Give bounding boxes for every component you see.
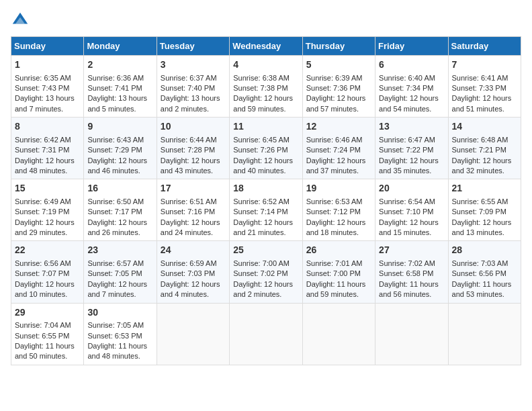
day-info-line: and 24 minutes. xyxy=(161,228,226,238)
day-info-line: and 48 minutes. xyxy=(15,166,80,176)
day-info-line: Daylight: 11 hours xyxy=(452,279,517,289)
calendar-cell xyxy=(375,303,448,365)
calendar-cell: 5Sunrise: 6:39 AMSunset: 7:36 PMDaylight… xyxy=(302,56,375,118)
day-info-line: Daylight: 12 hours xyxy=(87,218,152,228)
day-info-line: Sunset: 6:58 PM xyxy=(379,269,444,279)
calendar-cell xyxy=(448,303,521,365)
day-info-line: Daylight: 12 hours xyxy=(233,156,298,166)
day-info-line: Daylight: 11 hours xyxy=(15,341,80,351)
day-info-line: Sunrise: 6:51 AM xyxy=(161,197,226,207)
day-info-line: Sunrise: 6:59 AM xyxy=(161,259,226,269)
day-info-line: Daylight: 12 hours xyxy=(452,156,517,166)
calendar-cell: 14Sunrise: 6:48 AMSunset: 7:21 PMDayligh… xyxy=(448,118,521,179)
day-info-line: and 53 minutes. xyxy=(452,289,517,300)
day-info-line: Daylight: 11 hours xyxy=(306,279,371,289)
calendar-week-3: 15Sunrise: 6:49 AMSunset: 7:19 PMDayligh… xyxy=(11,179,521,241)
day-info-line: and 51 minutes. xyxy=(452,104,517,114)
day-number: 12 xyxy=(306,120,371,134)
calendar-cell: 3Sunrise: 6:37 AMSunset: 7:40 PMDaylight… xyxy=(157,56,229,118)
day-info-line: Sunrise: 6:37 AM xyxy=(161,73,226,83)
col-header-thursday: Thursday xyxy=(302,37,375,56)
day-number: 14 xyxy=(452,120,517,134)
day-info-line: Sunrise: 6:47 AM xyxy=(379,135,444,145)
day-info-line: Sunset: 7:09 PM xyxy=(452,207,517,217)
day-info-line: Sunset: 7:29 PM xyxy=(87,145,152,155)
calendar-cell: 6Sunrise: 6:40 AMSunset: 7:34 PMDaylight… xyxy=(375,56,448,118)
day-number: 19 xyxy=(306,182,371,195)
day-info-line: Sunset: 7:19 PM xyxy=(15,207,80,217)
col-header-sunday: Sunday xyxy=(11,37,84,56)
day-info-line: Sunrise: 6:56 AM xyxy=(15,259,80,269)
day-info-line: Daylight: 12 hours xyxy=(306,93,371,103)
day-info-line: and 59 minutes. xyxy=(233,104,298,114)
day-number: 20 xyxy=(379,182,444,195)
day-number: 27 xyxy=(379,244,444,257)
day-info-line: Sunrise: 6:36 AM xyxy=(87,73,152,83)
day-info-line: Sunrise: 6:35 AM xyxy=(15,73,80,83)
day-info-line: and 26 minutes. xyxy=(87,228,152,238)
day-info-line: Daylight: 12 hours xyxy=(452,218,517,228)
col-header-tuesday: Tuesday xyxy=(157,37,229,56)
calendar-cell: 25Sunrise: 7:00 AMSunset: 7:02 PMDayligh… xyxy=(230,241,302,303)
day-number: 21 xyxy=(452,182,517,195)
day-info-line: Sunset: 7:12 PM xyxy=(306,207,371,217)
day-info-line: Sunset: 7:34 PM xyxy=(379,83,444,93)
day-number: 11 xyxy=(233,120,298,134)
day-number: 3 xyxy=(161,58,226,72)
day-info-line: Sunset: 7:07 PM xyxy=(15,269,80,279)
day-info-line: Sunset: 7:00 PM xyxy=(306,269,371,279)
day-info-line: Sunset: 6:53 PM xyxy=(87,331,152,341)
day-info-line: Daylight: 12 hours xyxy=(87,279,152,289)
day-info-line: and 21 minutes. xyxy=(233,228,298,238)
day-number: 9 xyxy=(87,120,152,134)
day-info-line: and 10 minutes. xyxy=(15,289,80,300)
day-info-line: and 32 minutes. xyxy=(452,166,517,176)
day-info-line: and 5 minutes. xyxy=(87,104,152,114)
day-info-line: Sunrise: 7:03 AM xyxy=(452,259,517,269)
day-info-line: Sunset: 7:14 PM xyxy=(233,207,298,217)
calendar-cell: 4Sunrise: 6:38 AMSunset: 7:38 PMDaylight… xyxy=(230,56,302,118)
col-header-saturday: Saturday xyxy=(448,37,521,56)
day-info-line: and 56 minutes. xyxy=(379,289,444,300)
day-info-line: and 48 minutes. xyxy=(87,351,152,361)
day-info-line: Sunrise: 7:04 AM xyxy=(15,320,80,330)
day-info-line: Daylight: 12 hours xyxy=(161,156,226,166)
day-info-line: and 7 minutes. xyxy=(15,104,80,114)
day-number: 1 xyxy=(15,58,80,72)
day-info-line: Sunrise: 6:55 AM xyxy=(452,197,517,207)
day-info-line: Sunrise: 6:43 AM xyxy=(87,135,152,145)
day-info-line: and 50 minutes. xyxy=(15,351,80,361)
day-info-line: Sunrise: 7:01 AM xyxy=(306,259,371,269)
day-number: 23 xyxy=(87,244,152,257)
day-number: 22 xyxy=(15,244,80,257)
day-info-line: Sunset: 7:17 PM xyxy=(87,207,152,217)
day-number: 8 xyxy=(15,120,80,134)
calendar-week-4: 22Sunrise: 6:56 AMSunset: 7:07 PMDayligh… xyxy=(11,241,521,303)
col-header-wednesday: Wednesday xyxy=(230,37,302,56)
day-info-line: Daylight: 12 hours xyxy=(15,218,80,228)
day-info-line: Daylight: 12 hours xyxy=(379,218,444,228)
calendar-cell: 23Sunrise: 6:57 AMSunset: 7:05 PMDayligh… xyxy=(84,241,157,303)
day-info-line: Daylight: 13 hours xyxy=(15,93,80,103)
day-info-line: Sunrise: 6:53 AM xyxy=(306,197,371,207)
day-info-line: Sunset: 7:21 PM xyxy=(452,145,517,155)
day-info-line: Sunset: 7:16 PM xyxy=(161,207,226,217)
day-number: 10 xyxy=(161,120,226,134)
calendar-cell: 19Sunrise: 6:53 AMSunset: 7:12 PMDayligh… xyxy=(302,179,375,241)
calendar-cell: 12Sunrise: 6:46 AMSunset: 7:24 PMDayligh… xyxy=(302,118,375,179)
day-info-line: Daylight: 13 hours xyxy=(161,93,226,103)
day-info-line: Sunset: 7:24 PM xyxy=(306,145,371,155)
day-info-line: and 37 minutes. xyxy=(306,166,371,176)
day-info-line: and 57 minutes. xyxy=(306,104,371,114)
col-header-monday: Monday xyxy=(84,37,157,56)
col-header-friday: Friday xyxy=(375,37,448,56)
day-info-line: Daylight: 12 hours xyxy=(15,156,80,166)
day-number: 6 xyxy=(379,58,444,72)
calendar-header-row: SundayMondayTuesdayWednesdayThursdayFrid… xyxy=(11,37,521,56)
calendar-cell xyxy=(157,303,229,365)
logo xyxy=(11,11,32,30)
day-info-line: Sunset: 7:28 PM xyxy=(161,145,226,155)
day-info-line: and 59 minutes. xyxy=(306,289,371,300)
day-number: 29 xyxy=(15,306,80,320)
day-info-line: Sunset: 6:56 PM xyxy=(452,269,517,279)
